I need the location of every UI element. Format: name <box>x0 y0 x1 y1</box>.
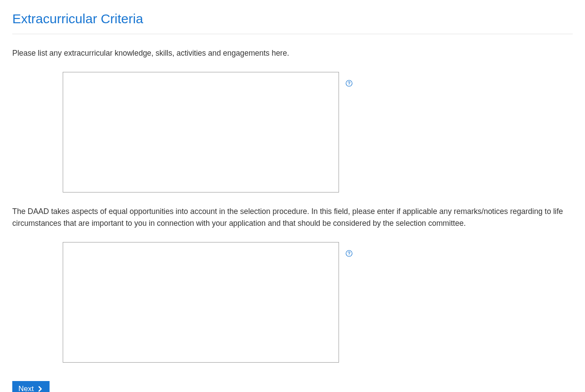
svg-point-3 <box>349 255 349 255</box>
help-icon[interactable] <box>346 250 353 257</box>
extracurricular-row <box>12 72 573 192</box>
equal-opportunities-label: The DAAD takes aspects of equal opportun… <box>12 206 573 229</box>
help-icon[interactable] <box>346 80 353 87</box>
page-title: Extracurricular Criteria <box>12 9 573 34</box>
extracurricular-textarea[interactable] <box>63 72 339 192</box>
next-button-label: Next <box>18 385 34 392</box>
equal-opportunities-row <box>12 242 573 363</box>
extracurricular-field-block: Please list any extracurricular knowledg… <box>12 47 573 192</box>
equal-opportunities-field-block: The DAAD takes aspects of equal opportun… <box>12 206 573 363</box>
svg-point-1 <box>349 85 349 85</box>
next-button[interactable]: Next <box>12 381 50 392</box>
chevron-right-icon <box>38 386 43 392</box>
equal-opportunities-textarea[interactable] <box>63 242 339 363</box>
extracurricular-label: Please list any extracurricular knowledg… <box>12 47 573 59</box>
